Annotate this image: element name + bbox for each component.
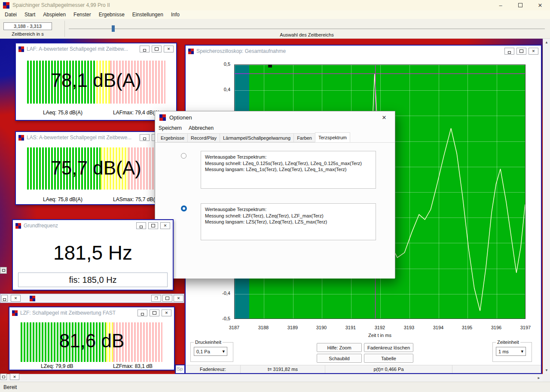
close-icon: ✕ (177, 296, 180, 300)
close-icon: ✕ (532, 49, 535, 53)
y-tick-label: -0,4 (222, 291, 230, 296)
menu-item-info[interactable]: Info (167, 12, 183, 18)
maximize-icon (165, 297, 169, 300)
minimize-icon (508, 51, 511, 54)
chevron-down-icon: ▾ (222, 349, 225, 354)
scroll-right-icon[interactable]: ► (537, 376, 541, 380)
restore-button[interactable] (1, 295, 8, 302)
status-filler (452, 365, 541, 373)
close-button[interactable]: ✕ (162, 309, 171, 316)
minimize-button[interactable] (138, 309, 147, 316)
close-icon: ✕ (165, 311, 168, 315)
hilfe-zoom-button[interactable]: Hilfe: Zoom (317, 343, 362, 352)
scrollbar-corner (543, 374, 550, 382)
lzf-max-label: LZFmax: 83,1 dB (113, 363, 153, 369)
tab-laermampel-schallpegelwarnung[interactable]: Lärmampel/Schallpegelwarnung (220, 133, 294, 142)
toolbar-separator (64, 21, 65, 37)
close-button[interactable]: ✕ (164, 46, 174, 52)
minimize-button[interactable] (140, 46, 150, 52)
option2-line1: Werteausgabe Terzspektrum: (205, 206, 372, 213)
tabelle-button[interactable]: Tabelle (364, 354, 413, 363)
zeiteinheit-select[interactable]: 1 ms ▾ (496, 347, 526, 356)
horizontal-scrollbar[interactable]: ◄ ► (0, 374, 543, 382)
close-button[interactable]: ✕ (378, 113, 391, 122)
close-button[interactable]: ✕ (160, 222, 170, 229)
restore-button[interactable] (0, 374, 7, 380)
restore-button[interactable]: ❐ (151, 295, 161, 302)
options-dialog-body: Werteausgabe Terzspektrum: Messung schne… (155, 143, 395, 279)
menu-item-start[interactable]: Start (21, 12, 39, 18)
minimize-button[interactable] (504, 48, 514, 55)
maximize-icon (519, 49, 523, 53)
maximize-button[interactable] (162, 295, 172, 302)
druckeinheit-select[interactable]: 0,1 Pa ▾ (194, 347, 227, 356)
minimize-button[interactable]: – (491, 0, 510, 10)
time-range-slider-track[interactable] (69, 28, 545, 29)
tab-record-play[interactable]: Record/Play (187, 133, 220, 142)
laf-max-label: LAFmax: 79,4 dB(A) (113, 110, 160, 116)
window-laf: LAF: A-bewerteter Schallpegel mit Zeitbe… (15, 43, 177, 121)
laf-titlebar[interactable]: LAF: A-bewerteter Schallpegel mit Zeitbe… (16, 43, 176, 55)
scroll-down-icon[interactable]: ▼ (545, 368, 548, 372)
grundfrequenz-titlebar[interactable]: Grundfrequenz ✕ (13, 220, 173, 231)
close-button[interactable]: ✕ (10, 374, 19, 380)
options-dialog-menubar: Speichern Abbrechen (155, 123, 395, 133)
time-range-slider-thumb[interactable] (112, 25, 115, 32)
menu-item-abspielen[interactable]: Abspielen (39, 12, 70, 18)
close-icon: ✕ (164, 224, 167, 228)
laf-eq-label: LAeq: 75,8 dB(A) (43, 110, 82, 116)
minimized-window-titlebar[interactable]: ✕ ❐ ✕ (0, 294, 184, 303)
maximize-button[interactable] (148, 222, 158, 229)
maximize-button[interactable] (510, 0, 530, 10)
minimized-window-button[interactable] (0, 267, 7, 274)
x-tick-label: 3192 (371, 325, 388, 330)
maximize-button[interactable] (516, 48, 526, 55)
x-tick-label: 3189 (284, 325, 301, 330)
option2-radio[interactable] (181, 205, 187, 211)
app-statusbar: Bereit (0, 382, 550, 392)
options-dialog-tabstrip: Ergebnisse Record/Play Lärmampel/Schallp… (155, 133, 395, 143)
fadenkreuz-loeschen-button[interactable]: Fadenkreuz löschen (364, 343, 413, 352)
oscilloscope-titlebar[interactable]: Speicheroszilloskop: Gesamtaufnahme ✕ (186, 46, 541, 57)
menu-item-datei[interactable]: Datei (1, 12, 21, 18)
menu-item-einstellungen[interactable]: Einstellungen (128, 12, 167, 18)
window-fragment-sp[interactable]: Sp (175, 364, 185, 374)
option1-line2: Messung schnell: LZeq_0.125s(Terz), LZeq… (205, 160, 372, 167)
tab-terzspektrum[interactable]: Terzspektrum (315, 132, 350, 142)
scroll-up-icon[interactable]: ▲ (545, 40, 548, 44)
close-button[interactable]: ✕ (530, 0, 550, 10)
restore-icon (2, 269, 5, 272)
menu-item-speichern[interactable]: Speichern (159, 125, 182, 131)
options-dialog-titlebar[interactable]: Optionen ✕ (155, 111, 395, 123)
app-logo-icon (188, 49, 194, 54)
maximize-button[interactable] (152, 46, 162, 52)
menu-item-abbrechen[interactable]: Abbrechen (189, 125, 214, 131)
app-logo-icon (18, 46, 24, 52)
y-tick-label: 0,4 (224, 87, 230, 92)
close-icon: ✕ (382, 114, 387, 121)
laf-title: LAF: A-bewerteter Schallpegel mit Zeitbe… (27, 46, 128, 52)
close-button[interactable]: ✕ (174, 295, 183, 302)
minimize-button[interactable] (140, 134, 150, 141)
osc-x-axis: 3187318831893190319131923193319431953196… (234, 325, 526, 331)
close-button[interactable]: ✕ (529, 48, 538, 55)
x-tick-label: 3196 (488, 325, 505, 330)
maximize-button[interactable] (150, 309, 159, 316)
menubar: Datei Start Abspielen Fenster Ergebnisse… (0, 10, 550, 19)
vertical-scrollbar[interactable]: ▲ ▼ (543, 39, 550, 374)
x-tick-label: 3197 (517, 325, 534, 330)
las-titlebar[interactable]: LAS: A-bewerteter Schallpegel mit Zeitbe… (16, 132, 176, 143)
tab-farben[interactable]: Farben (293, 133, 315, 142)
app-title: Spaichinger Schallpegelmesser 4,99 Pro I… (12, 2, 110, 8)
tab-ergebnisse[interactable]: Ergebnisse (157, 133, 188, 142)
menu-item-fenster[interactable]: Fenster (70, 12, 95, 18)
time-range-input[interactable]: 3,188 - 3,313 (3, 22, 52, 30)
minimize-button[interactable] (136, 222, 146, 229)
lzf-titlebar[interactable]: LZF: Schallpegel mit Zeitbewertung FAST … (9, 307, 174, 318)
option1-radio[interactable] (181, 153, 186, 159)
las-max-label: LASmax: 75,7 dB(A) (113, 196, 160, 202)
close-button[interactable]: ✕ (11, 295, 21, 302)
schaubild-button[interactable]: Schaubild (317, 354, 362, 363)
zeiteinheit-value: 1 ms (498, 349, 509, 354)
menu-item-ergebnisse[interactable]: Ergebnisse (95, 12, 128, 18)
